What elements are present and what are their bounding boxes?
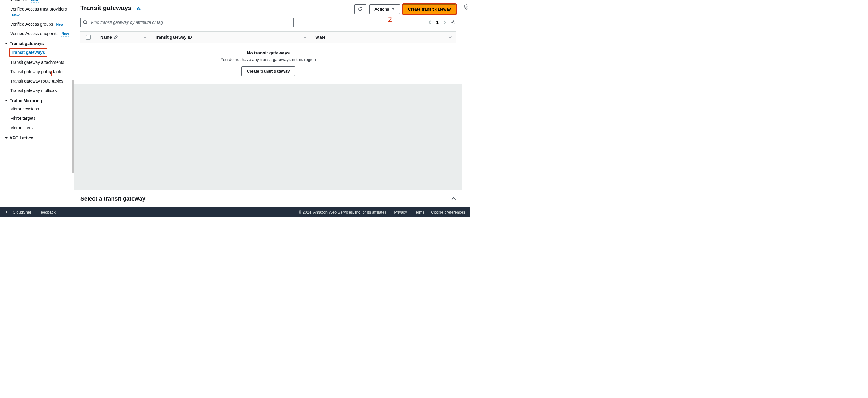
main-area: Transit gateways Info Actions <box>74 0 470 207</box>
sidebar-item-label: Transit gateway policy tables <box>10 69 64 74</box>
column-label: Transit gateway ID <box>155 35 192 39</box>
link-label: Cookie preferences <box>431 210 465 215</box>
details-panel-title: Select a transit gateway <box>81 195 145 202</box>
search-input[interactable] <box>81 18 294 27</box>
sidebar-item-label: instances <box>10 0 28 2</box>
sidebar-item-verified-access-groups[interactable]: Verified Access groups New <box>0 20 74 29</box>
sidebar-item-label: Verified Access endpoints <box>10 31 59 36</box>
search-icon <box>83 20 88 25</box>
sidebar-item-verified-access-trust-providers[interactable]: Verified Access trust providers New <box>0 4 74 20</box>
new-badge: New <box>56 22 64 27</box>
sidebar-item-verified-access-endpoints[interactable]: Verified Access endpoints New <box>0 29 74 38</box>
top-panel: Transit gateways Info Actions <box>74 0 462 84</box>
sidebar-item-tg-route-tables[interactable]: Transit gateway route tables <box>0 77 74 86</box>
column-header-state[interactable]: State <box>311 32 456 42</box>
details-panel-header: Select a transit gateway <box>74 190 462 207</box>
right-rail <box>462 0 470 207</box>
sidebar-section-transit-gateways[interactable]: Transit gateways <box>0 38 74 47</box>
svg-rect-2 <box>5 210 10 214</box>
sidebar-item-label: Transit gateway attachments <box>10 60 64 65</box>
caret-down-icon <box>5 136 8 139</box>
cloudshell-button[interactable]: CloudShell <box>5 210 32 215</box>
caret-down-icon <box>392 7 395 10</box>
sidebar-section-vpc-lattice[interactable]: VPC Lattice <box>0 133 74 142</box>
content-filler <box>74 84 462 190</box>
link-label: Feedback <box>38 210 56 215</box>
sidebar-item-label: Mirror sessions <box>10 107 39 111</box>
sidebar-item-verified-access-instances[interactable]: instances New <box>0 0 74 4</box>
sort-icon <box>304 36 307 39</box>
sidebar-section-label: Transit gateways <box>10 41 44 46</box>
privacy-link[interactable]: Privacy <box>394 210 407 215</box>
page-number: 1 <box>436 20 438 25</box>
collapse-details-button[interactable] <box>451 196 456 201</box>
console-footer: CloudShell Feedback © 2024, Amazon Web S… <box>0 207 470 217</box>
actions-dropdown-button[interactable]: Actions <box>369 4 400 14</box>
create-transit-gateway-button[interactable]: Create transit gateway <box>403 4 456 14</box>
sidebar-item-tg-attachments[interactable]: Transit gateway attachments <box>0 58 74 67</box>
empty-state: No transit gateways You do not have any … <box>81 43 456 84</box>
search-container <box>81 18 294 27</box>
sidebar-scrollbar[interactable] <box>72 0 74 207</box>
button-label: Actions <box>374 7 389 11</box>
link-label: Terms <box>414 210 424 215</box>
settings-button[interactable] <box>451 20 456 25</box>
button-label: Create transit gateway <box>408 7 451 11</box>
caret-down-icon <box>5 99 8 102</box>
sidebar-item-tg-multicast[interactable]: Transit gateway multicast <box>0 86 74 95</box>
refresh-button[interactable] <box>354 4 366 14</box>
cookie-preferences-link[interactable]: Cookie preferences <box>431 210 465 215</box>
page-next-button[interactable] <box>442 20 446 25</box>
new-badge: New <box>31 0 39 3</box>
sidebar-item-label: Verified Access trust providers <box>10 7 67 11</box>
empty-subtitle: You do not have any transit gateways in … <box>81 57 456 62</box>
edit-icon <box>114 35 118 39</box>
select-all-checkbox[interactable] <box>86 35 91 39</box>
sidebar-item-tg-policy-tables[interactable]: Transit gateway policy tables <box>0 67 74 77</box>
svg-point-0 <box>84 21 87 24</box>
sidebar-item-mirror-targets[interactable]: Mirror targets <box>0 114 74 123</box>
sidebar-section-label: VPC Lattice <box>10 136 33 140</box>
caret-down-icon <box>5 42 8 45</box>
sort-icon <box>449 36 452 39</box>
cloudshell-label: CloudShell <box>13 210 32 215</box>
column-header-name[interactable]: Name <box>96 32 151 42</box>
sidebar-item-mirror-sessions[interactable]: Mirror sessions <box>0 104 74 114</box>
sidebar-item-label: Mirror targets <box>10 116 35 121</box>
sidebar-item-mirror-filters[interactable]: Mirror filters <box>0 123 74 133</box>
refresh-icon <box>358 7 363 11</box>
link-label: Privacy <box>394 210 407 215</box>
page-title: Transit gateways <box>81 4 131 11</box>
annotation-1: 1 <box>50 69 54 78</box>
column-label: State <box>315 35 326 39</box>
annotation-2: 2 <box>388 15 392 24</box>
sidebar-section-label: Traffic Mirroring <box>10 98 42 103</box>
empty-title: No transit gateways <box>81 50 456 55</box>
feedback-link[interactable]: Feedback <box>38 210 56 215</box>
new-badge: New <box>61 32 69 36</box>
sidebar-item-label: Mirror filters <box>10 125 33 130</box>
sidebar-item-label: Verified Access groups <box>10 22 53 27</box>
security-hexagon-icon[interactable] <box>464 4 469 207</box>
button-label: Create transit gateway <box>247 69 289 74</box>
sidebar-section-traffic-mirroring[interactable]: Traffic Mirroring <box>0 95 74 104</box>
info-link[interactable]: Info <box>134 6 141 11</box>
new-badge: New <box>12 13 20 18</box>
sidebar-item-transit-gateways[interactable]: Transit gateways <box>9 48 48 57</box>
sidebar: instances New Verified Access trust prov… <box>0 0 74 207</box>
svg-point-1 <box>453 22 454 23</box>
sort-icon <box>143 36 146 39</box>
column-label: Name <box>100 35 112 39</box>
page-prev-button[interactable] <box>428 20 433 25</box>
sidebar-item-label: Transit gateway route tables <box>10 79 63 83</box>
column-header-tg-id[interactable]: Transit gateway ID <box>151 32 311 42</box>
terms-link[interactable]: Terms <box>414 210 424 215</box>
sidebar-item-label: Transit gateway multicast <box>10 88 58 93</box>
copyright-text: © 2024, Amazon Web Services, Inc. or its… <box>299 210 388 215</box>
table-header-row: Name Transit gateway ID <box>81 31 456 43</box>
sidebar-item-label: Transit gateways <box>11 50 45 55</box>
cloudshell-icon <box>5 210 10 214</box>
empty-create-button[interactable]: Create transit gateway <box>242 66 295 76</box>
